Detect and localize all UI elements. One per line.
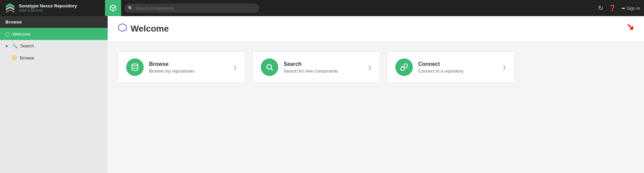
main-layout: Browse ▢ Welcome ► 🔍 Search 📀 Browse ↘ <box>0 16 644 173</box>
sign-in-button[interactable]: ➡ Sign in <box>621 6 640 11</box>
sidebar: Browse ▢ Welcome ► 🔍 Search 📀 Browse <box>0 16 108 173</box>
browse-card-title: Browse <box>149 61 228 67</box>
cards-area: Browse Browse my repositories ❯ Search S… <box>108 41 644 93</box>
search-card-title: Search <box>284 61 362 67</box>
help-button[interactable]: ❓ <box>609 4 616 12</box>
connect-card[interactable]: Connect Connect to a repository ❯ <box>387 51 515 83</box>
browse-card-text: Browse Browse my repositories <box>149 61 228 74</box>
search-input[interactable] <box>124 4 259 13</box>
browse-icon: 📀 <box>11 55 17 60</box>
brand-version: OSS 3.56.0-01 <box>19 8 77 13</box>
connect-card-subtitle: Connect to a repository <box>418 69 497 74</box>
nav-cube-button[interactable] <box>105 0 121 16</box>
hexagon-icon <box>118 23 127 32</box>
brand-logo <box>4 2 16 14</box>
sign-in-icon: ➡ <box>621 6 625 11</box>
sidebar-item-browse[interactable]: 📀 Browse <box>0 52 108 64</box>
welcome-hex-icon <box>118 23 127 34</box>
search-card[interactable]: Search Search for new components ❯ <box>252 51 380 83</box>
navbar: Sonatype Nexus Repository OSS 3.56.0-01 … <box>0 0 644 16</box>
refresh-icon: ↻ <box>598 5 603 11</box>
search-card-icon <box>261 58 278 76</box>
browse-card-chevron: ❯ <box>233 64 237 70</box>
browse-card[interactable]: Browse Browse my repositories ❯ <box>118 51 246 83</box>
brand-name: Sonatype Nexus Repository <box>19 3 77 9</box>
search-expand-chevron: ► <box>5 44 9 48</box>
svg-marker-5 <box>118 24 126 31</box>
content-area: ↘ Welcome B <box>108 16 644 173</box>
sidebar-browse-label: Browse <box>20 55 34 60</box>
content-header: Welcome <box>108 16 644 41</box>
search-expand-icon: 🔍 <box>12 43 17 48</box>
search-bar-icon: 🔍 <box>128 6 133 11</box>
sidebar-item-welcome[interactable]: ▢ Welcome <box>0 28 108 40</box>
sidebar-item-search[interactable]: ► 🔍 Search <box>0 40 108 52</box>
navbar-actions: ↻ ❓ ➡ Sign in <box>598 4 640 12</box>
search-card-text: Search Search for new components <box>284 61 362 74</box>
database-icon <box>131 63 139 71</box>
svg-point-6 <box>132 64 138 66</box>
search-icon <box>265 63 274 71</box>
link-icon <box>400 63 408 71</box>
welcome-icon: ▢ <box>5 31 10 37</box>
sidebar-header: Browse <box>0 16 108 28</box>
search-card-chevron: ❯ <box>368 64 372 70</box>
help-icon: ❓ <box>609 5 616 11</box>
refresh-button[interactable]: ↻ <box>598 4 603 12</box>
connect-card-title: Connect <box>418 61 497 67</box>
brand-text: Sonatype Nexus Repository OSS 3.56.0-01 <box>19 3 77 13</box>
sign-in-label: Sign in <box>627 6 640 11</box>
connect-card-chevron: ❯ <box>502 64 506 70</box>
page-title: Welcome <box>131 24 169 34</box>
brand: Sonatype Nexus Repository OSS 3.56.0-01 <box>4 2 102 14</box>
connect-card-icon <box>395 58 413 76</box>
svg-line-8 <box>271 69 273 70</box>
browse-card-subtitle: Browse my repositories <box>149 69 228 74</box>
cube-icon <box>109 4 117 12</box>
browse-card-icon <box>126 58 144 76</box>
connect-card-text: Connect Connect to a repository <box>418 61 497 74</box>
search-card-subtitle: Search for new components <box>284 69 362 74</box>
sidebar-search-label: Search <box>20 43 34 48</box>
sidebar-welcome-label: Welcome <box>12 32 31 37</box>
search-bar-container: 🔍 <box>124 4 259 13</box>
